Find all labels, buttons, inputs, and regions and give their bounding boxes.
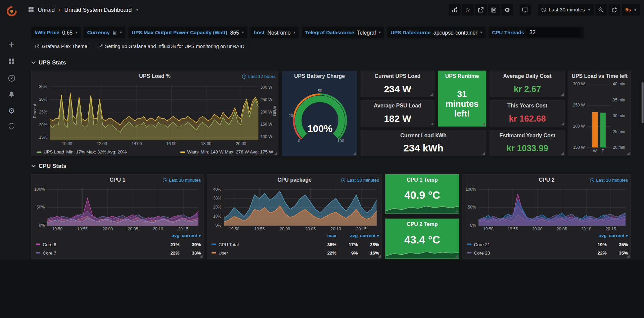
dashboard-link[interactable]: Setting up Grafana and InfluxDB for UPS … [94, 42, 248, 51]
legend-series-name[interactable]: User [219, 251, 228, 256]
variable-value[interactable]: 32 [527, 28, 581, 37]
panel-timerange[interactable]: Last 30 minutes [588, 175, 628, 185]
server-admin-shield-icon[interactable] [4, 119, 19, 133]
panel-resize-handle[interactable] [430, 93, 433, 96]
bar-T[interactable] [600, 113, 606, 148]
star-button[interactable]: ☆ [462, 4, 473, 15]
legend-column-avg[interactable]: avg [585, 233, 607, 240]
chart-canvas[interactable] [33, 82, 277, 146]
panel-timerange[interactable]: Last 30 minutes [161, 175, 201, 185]
legend-column-current[interactable]: current ▾ [607, 233, 628, 240]
panel-title[interactable]: UPS Battery Charge [282, 71, 357, 82]
panel-title[interactable]: Current Load kWh [361, 130, 486, 141]
add-panel-button[interactable] [449, 4, 460, 15]
explore-compass-icon[interactable] [4, 71, 19, 85]
variable-value[interactable]: Nostromo [267, 29, 290, 35]
legend-series-name[interactable]: Core 6 [43, 242, 56, 247]
legend-series-name[interactable]: Core 21 [474, 242, 490, 247]
panel-header[interactable]: This Years Cost [490, 101, 565, 111]
variable-currency[interactable]: Currencykr▾ [84, 27, 125, 38]
panel-header[interactable]: Current Load kWh [361, 130, 486, 141]
page-scrollbar[interactable] [642, 82, 644, 123]
section-header-ups[interactable]: UPS Stats [31, 59, 66, 66]
refresh-interval-picker[interactable]: 5s ▾ [622, 4, 640, 15]
create-plus-icon[interactable] [4, 38, 19, 52]
panel-header[interactable]: Estimated Yearly Cost [490, 130, 565, 141]
cycle-view-monitor-button[interactable] [519, 4, 531, 15]
legend-series-name[interactable]: Watts [187, 149, 199, 154]
share-button[interactable] [475, 4, 487, 15]
variable-value[interactable]: Telegraf [357, 29, 376, 35]
legend-series-name[interactable]: Core 7 [43, 251, 56, 256]
alerting-bell-icon[interactable] [4, 88, 19, 102]
panel-resize-handle[interactable] [561, 152, 564, 155]
legend-column-avg[interactable]: avg [336, 233, 358, 240]
dashboard-grid-icon[interactable] [28, 6, 34, 13]
panel-resize-handle[interactable] [378, 255, 381, 258]
legend-column-avg[interactable]: avg [158, 233, 180, 240]
dashboard-link[interactable]: Grafana Plex Theme [31, 42, 91, 51]
dashboards-icon[interactable] [4, 54, 19, 68]
panel-title[interactable]: This Years Cost [490, 101, 565, 111]
panel-title[interactable]: CPU 1 Temp [386, 175, 459, 185]
panel-title[interactable]: Current UPS Load [361, 71, 434, 82]
panel-title[interactable]: Average PSU Load [361, 101, 434, 111]
panel-header[interactable]: CPU 2 Temp [386, 219, 459, 230]
panel-resize-handle[interactable] [455, 210, 458, 213]
chart-canvas[interactable] [386, 202, 459, 213]
breadcrumb-app[interactable]: Unraid [38, 7, 55, 13]
variable-ups-datasource[interactable]: UPS Datasourceapcupsd-container▾ [387, 27, 485, 38]
variable-ups-max-output-power-capacity-watt-[interactable]: UPS Max Output Power Capacity (Watt)865▾ [128, 27, 247, 38]
panel-header[interactable]: UPS Load vs Time left [569, 71, 630, 82]
save-button[interactable] [488, 4, 500, 15]
panel-title[interactable]: Average Daily Cost [490, 71, 565, 82]
panel-header[interactable]: UPS Runtime [438, 71, 486, 82]
chart-canvas[interactable] [464, 185, 630, 232]
bar-W[interactable] [592, 112, 598, 147]
panel-header[interactable]: Average Daily Cost [490, 71, 565, 82]
panel-resize-handle[interactable] [199, 255, 202, 258]
panel-resize-handle[interactable] [627, 255, 630, 258]
panel-resize-handle[interactable] [353, 152, 356, 155]
panel-title[interactable]: Estimated Yearly Cost [490, 130, 565, 141]
legend-series-name[interactable]: CPU Total [219, 242, 239, 247]
variable-value[interactable]: kr [112, 29, 117, 35]
panel-resize-handle[interactable] [627, 152, 630, 155]
panel-header[interactable]: Average PSU Load [361, 101, 434, 111]
panel-timerange[interactable]: Last 30 minutes [339, 175, 379, 185]
panel-header[interactable]: UPS Load % Last 12 hours [32, 71, 278, 82]
settings-gear-button[interactable]: ⚙ [501, 4, 513, 15]
variable-value[interactable]: 865 [230, 29, 239, 35]
panel-header[interactable]: CPU 1 Temp [386, 175, 459, 185]
legend-column-current[interactable]: current ▾ [180, 233, 201, 240]
panel-header[interactable]: Current UPS Load [361, 71, 434, 82]
panel-resize-handle[interactable] [430, 123, 433, 126]
variable-value[interactable]: apcupsd-container [433, 29, 477, 35]
legend-column-max[interactable]: max [315, 233, 336, 240]
panel-header[interactable]: CPU package Last 30 minutes [208, 175, 382, 185]
panel-header[interactable]: CPU 1 Last 30 minutes [32, 175, 203, 185]
variable-kwh-price[interactable]: kWh Price0.65▾ [31, 27, 81, 38]
panel-resize-handle[interactable] [561, 93, 564, 96]
panel-header[interactable]: UPS Battery Charge [282, 71, 357, 82]
dashboard-title[interactable]: Unraid System Dashboard [64, 7, 132, 13]
panel-header[interactable]: CPU 2 Last 30 minutes [463, 175, 631, 185]
panel-title[interactable]: UPS Load vs Time left [569, 71, 630, 82]
section-header-cpu[interactable]: CPU Stats [31, 163, 66, 169]
panel-resize-handle[interactable] [455, 255, 458, 258]
variable-value[interactable]: 0.65 [62, 29, 73, 35]
legend-series-name[interactable]: Core 23 [474, 251, 490, 256]
zoom-out-button[interactable] [595, 4, 607, 15]
chart-canvas[interactable] [33, 185, 202, 232]
variable-host[interactable]: hostNostromo▾ [250, 27, 298, 38]
panel-title[interactable]: UPS Runtime [438, 71, 486, 82]
legend-series-name[interactable]: UPS Load [44, 149, 64, 154]
variable-telegraf-datasource[interactable]: Telegraf DatasourceTelegraf▾ [302, 27, 384, 38]
panel-resize-handle[interactable] [482, 152, 485, 155]
chart-canvas[interactable] [386, 248, 459, 259]
panel-timerange[interactable]: Last 12 hours [240, 71, 276, 82]
time-range-picker[interactable]: Last 30 minutes ▾ [538, 4, 594, 15]
panel-title[interactable]: CPU 2 Temp [386, 219, 459, 230]
panel-resize-handle[interactable] [482, 123, 485, 126]
panel-resize-handle[interactable] [561, 123, 564, 126]
